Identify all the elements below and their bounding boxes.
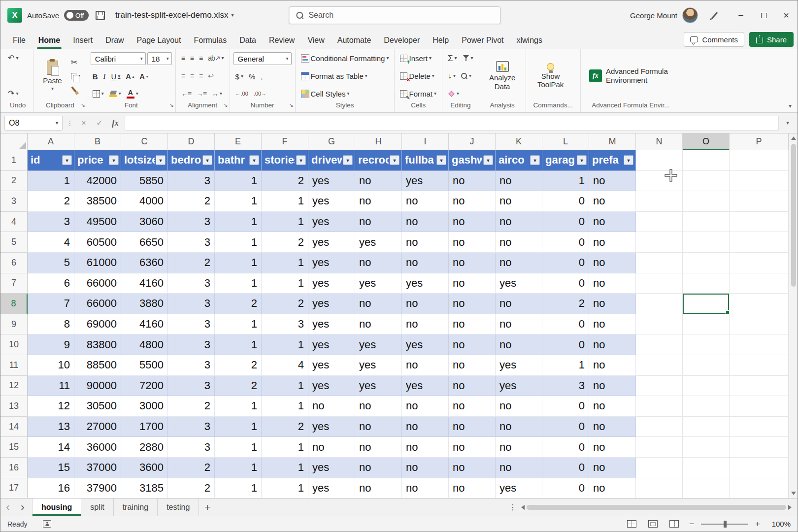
cell-H4[interactable]: no	[355, 212, 402, 233]
cell-K9[interactable]: no	[496, 314, 542, 335]
zoom-out-button[interactable]: −	[689, 519, 694, 529]
select-all-corner[interactable]	[0, 133, 28, 150]
cell-K2[interactable]: no	[496, 171, 542, 192]
cell-C9[interactable]: 4160	[121, 314, 168, 335]
cell-J14[interactable]: no	[449, 417, 496, 437]
cell-O1[interactable]	[683, 150, 730, 171]
number-format-select[interactable]: General▾	[233, 52, 292, 65]
cell-D10[interactable]: 3	[168, 334, 215, 355]
cell-D16[interactable]: 2	[168, 458, 215, 478]
filter-dropdown-button[interactable]: ▾	[483, 155, 493, 165]
cell-C2[interactable]: 5850	[121, 171, 168, 192]
cell-C1[interactable]: lotsize▾	[121, 150, 168, 171]
cell-P16[interactable]	[730, 458, 789, 478]
cell-D5[interactable]: 3	[168, 232, 215, 253]
cell-H2[interactable]: no	[355, 171, 402, 192]
ribbon-tab-formulas[interactable]: Formulas	[187, 32, 233, 49]
italic-button[interactable]: I	[101, 70, 108, 82]
cell-M7[interactable]: no	[589, 273, 636, 294]
row-header-17[interactable]: 17	[0, 478, 28, 499]
percent-style-button[interactable]: %	[247, 70, 257, 82]
align-left-button[interactable]: ≡	[179, 70, 187, 82]
cell-P15[interactable]	[730, 437, 789, 458]
bottom-align-button[interactable]: ≡	[197, 52, 204, 64]
cell-G14[interactable]: yes	[308, 417, 355, 437]
cell-P7[interactable]	[730, 273, 789, 294]
sheet-tab-training[interactable]: training	[114, 499, 158, 516]
filter-dropdown-button[interactable]: ▾	[577, 155, 587, 165]
cell-B3[interactable]: 38500	[74, 191, 121, 212]
ribbon-tab-automate[interactable]: Automate	[331, 32, 377, 49]
cell-M6[interactable]: no	[589, 253, 636, 273]
cell-P13[interactable]	[730, 396, 789, 417]
sheet-tab-housing[interactable]: housing	[32, 499, 81, 516]
wrap-text-button[interactable]: ↩	[206, 70, 215, 82]
cell-J10[interactable]: no	[449, 334, 496, 355]
cell-E15[interactable]: 1	[215, 437, 262, 458]
cell-N7[interactable]	[636, 273, 683, 294]
cell-I7[interactable]: yes	[402, 273, 449, 294]
cell-J2[interactable]: no	[449, 171, 496, 192]
formula-input[interactable]	[125, 116, 779, 131]
cell-E16[interactable]: 1	[215, 458, 262, 478]
cell-O15[interactable]	[683, 437, 730, 458]
ribbon-tab-view[interactable]: View	[301, 32, 331, 49]
cell-D15[interactable]: 3	[168, 437, 215, 458]
accounting-format-button[interactable]: $▾	[233, 70, 245, 82]
cell-D2[interactable]: 3	[168, 171, 215, 192]
insert-function-icon[interactable]: fx	[109, 119, 122, 128]
cell-G10[interactable]: yes	[308, 334, 355, 355]
cell-M9[interactable]: no	[589, 314, 636, 335]
cell-O6[interactable]	[683, 253, 730, 273]
cell-C11[interactable]: 5500	[121, 355, 168, 376]
cell-A11[interactable]: 10	[28, 355, 74, 376]
cell-J5[interactable]: no	[449, 232, 496, 253]
cell-A8[interactable]: 7	[28, 294, 74, 314]
cell-J1[interactable]: gashw▾	[449, 150, 496, 171]
row-header-1[interactable]: 1	[0, 150, 28, 171]
ribbon-tab-home[interactable]: Home	[32, 32, 66, 49]
cell-N14[interactable]	[636, 417, 683, 437]
cell-C12[interactable]: 7200	[121, 376, 168, 397]
cell-D12[interactable]: 3	[168, 376, 215, 397]
filter-dropdown-button[interactable]: ▾	[296, 155, 306, 165]
cell-C3[interactable]: 4000	[121, 191, 168, 212]
maximize-button[interactable]	[752, 0, 775, 30]
scroll-up-icon[interactable]	[791, 136, 796, 140]
format-as-table-button[interactable]: Format as Table▾	[299, 70, 391, 82]
cell-M17[interactable]: no	[589, 478, 636, 499]
cell-G8[interactable]: yes	[308, 294, 355, 314]
user-name[interactable]: George Mount	[630, 11, 677, 20]
alignment-dialog-launcher-icon[interactable]: ↘	[223, 102, 228, 108]
align-right-button[interactable]: ≡	[197, 70, 204, 82]
cell-J12[interactable]: no	[449, 376, 496, 397]
name-box-resize-handle[interactable]: ⋮	[66, 119, 74, 127]
cell-A4[interactable]: 3	[28, 212, 74, 233]
decrease-indent-button[interactable]: ←≡	[179, 88, 193, 100]
cell-C13[interactable]: 3000	[121, 396, 168, 417]
increase-indent-button[interactable]: →≡	[195, 88, 208, 100]
row-header-13[interactable]: 13	[0, 396, 28, 417]
column-header-K[interactable]: K	[496, 133, 542, 150]
cell-K10[interactable]: no	[496, 334, 542, 355]
cell-P10[interactable]	[730, 334, 789, 355]
cell-P3[interactable]	[730, 191, 789, 212]
cell-B11[interactable]: 88500	[74, 355, 121, 376]
cell-I12[interactable]: yes	[402, 376, 449, 397]
cell-M13[interactable]: no	[589, 396, 636, 417]
cell-K6[interactable]: no	[496, 253, 542, 273]
row-header-2[interactable]: 2	[0, 171, 28, 192]
cell-B8[interactable]: 66000	[74, 294, 121, 314]
cell-styles-button[interactable]: Cell Styles▾	[299, 88, 391, 100]
cell-L10[interactable]: 0	[542, 334, 589, 355]
merge-center-button[interactable]: ↔▾	[210, 88, 224, 100]
cell-I9[interactable]: no	[402, 314, 449, 335]
cell-J3[interactable]: no	[449, 191, 496, 212]
sheet-tab-testing[interactable]: testing	[158, 499, 199, 516]
cell-I14[interactable]: no	[402, 417, 449, 437]
cell-L17[interactable]: 0	[542, 478, 589, 499]
sheet-nav-left-icon[interactable]: ‹	[0, 499, 15, 516]
cell-E3[interactable]: 1	[215, 191, 262, 212]
ribbon-tab-review[interactable]: Review	[263, 32, 301, 49]
row-header-7[interactable]: 7	[0, 273, 28, 294]
